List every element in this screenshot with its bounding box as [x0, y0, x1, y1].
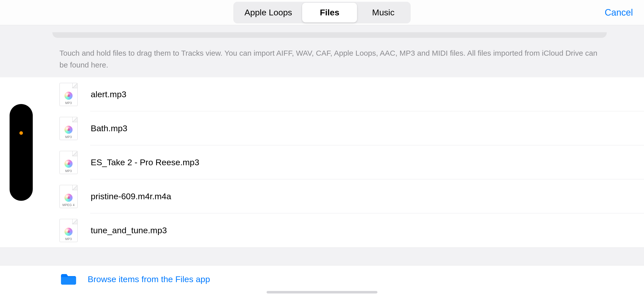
file-row[interactable]: MP3 ES_Take 2 - Pro Reese.mp3	[0, 145, 644, 179]
file-name: alert.mp3	[91, 89, 126, 99]
tab-apple-loops[interactable]: Apple Loops	[234, 3, 302, 22]
folder-icon	[59, 273, 78, 285]
file-name: ES_Take 2 - Pro Reese.mp3	[91, 157, 199, 167]
info-text: Touch and hold files to drag them to Tra…	[59, 47, 601, 71]
tab-files[interactable]: Files	[302, 3, 357, 22]
file-row[interactable]: MP3 tune_and_tune.mp3	[0, 213, 644, 247]
music-file-icon: MP3	[59, 151, 78, 174]
tabs-segmented-control: Apple Loops Files Music	[233, 2, 410, 23]
music-file-icon: MP3	[59, 117, 78, 140]
browse-files-button[interactable]: Browse items from the Files app	[0, 266, 644, 293]
search-bar-collapsed[interactable]	[52, 32, 607, 38]
tab-label: Music	[372, 8, 395, 17]
header: Apple Loops Files Music Cancel	[0, 0, 644, 25]
info-section: Touch and hold files to drag them to Tra…	[0, 25, 644, 77]
home-indicator[interactable]	[267, 291, 377, 293]
music-file-icon: MPEG 4	[59, 185, 78, 208]
file-badge: MP3	[65, 135, 72, 140]
file-name: pristine-609.m4r.m4a	[91, 191, 171, 201]
file-name: Bath.mp3	[91, 123, 127, 133]
file-row[interactable]: MPEG 4 pristine-609.m4r.m4a	[0, 179, 644, 213]
recording-indicator-icon	[19, 131, 23, 135]
file-list: MP3 alert.mp3 MP3 Bath.mp3 MP3 ES_Take 2…	[0, 77, 644, 247]
tab-label: Apple Loops	[244, 8, 292, 17]
cancel-label: Cancel	[605, 7, 633, 18]
file-badge: MP3	[65, 237, 72, 242]
tab-label: Files	[320, 8, 339, 17]
music-file-icon: MP3	[59, 83, 78, 106]
file-row[interactable]: MP3 Bath.mp3	[0, 111, 644, 145]
music-file-icon: MP3	[59, 219, 78, 242]
browse-label: Browse items from the Files app	[88, 274, 210, 284]
section-spacer	[0, 247, 644, 266]
file-badge: MPEG 4	[62, 203, 75, 208]
file-badge: MP3	[65, 169, 72, 174]
file-row[interactable]: MP3 alert.mp3	[0, 77, 644, 111]
tab-music[interactable]: Music	[357, 3, 410, 22]
dynamic-island	[10, 104, 33, 201]
file-badge: MP3	[65, 101, 72, 106]
file-name: tune_and_tune.mp3	[91, 225, 167, 235]
cancel-button[interactable]: Cancel	[605, 0, 633, 25]
